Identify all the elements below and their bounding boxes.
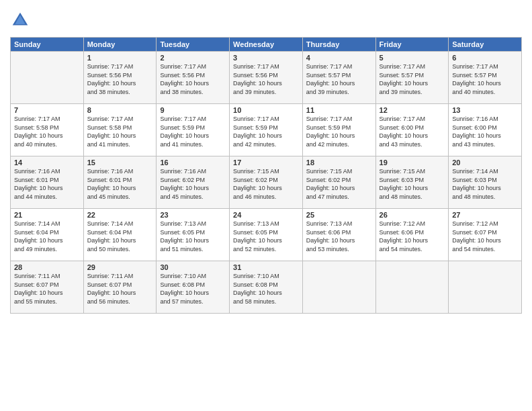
header bbox=[10, 10, 522, 30]
calendar-cell: 26Sunrise: 7:12 AM Sunset: 6:06 PM Dayli… bbox=[375, 209, 449, 261]
day-content: Sunrise: 7:17 AM Sunset: 5:58 PM Dayligh… bbox=[87, 115, 153, 148]
day-content: Sunrise: 7:16 AM Sunset: 6:00 PM Dayligh… bbox=[452, 115, 518, 148]
calendar-cell: 19Sunrise: 7:15 AM Sunset: 6:03 PM Dayli… bbox=[375, 156, 449, 209]
day-number: 15 bbox=[87, 158, 153, 167]
calendar-header-thursday: Thursday bbox=[302, 38, 375, 52]
calendar-cell: 5Sunrise: 7:17 AM Sunset: 5:57 PM Daylig… bbox=[375, 52, 449, 104]
calendar-cell: 27Sunrise: 7:12 AM Sunset: 6:07 PM Dayli… bbox=[449, 209, 522, 261]
day-content: Sunrise: 7:13 AM Sunset: 6:05 PM Dayligh… bbox=[160, 220, 226, 253]
day-number: 18 bbox=[306, 158, 372, 167]
calendar-cell: 8Sunrise: 7:17 AM Sunset: 5:58 PM Daylig… bbox=[83, 104, 157, 156]
day-content: Sunrise: 7:13 AM Sunset: 6:06 PM Dayligh… bbox=[306, 220, 372, 253]
day-content: Sunrise: 7:17 AM Sunset: 5:56 PM Dayligh… bbox=[87, 62, 153, 96]
day-number: 3 bbox=[233, 54, 299, 62]
day-content: Sunrise: 7:10 AM Sunset: 6:08 PM Dayligh… bbox=[233, 272, 299, 306]
calendar-cell: 30Sunrise: 7:10 AM Sunset: 6:08 PM Dayli… bbox=[157, 261, 230, 314]
calendar-cell: 22Sunrise: 7:14 AM Sunset: 6:04 PM Dayli… bbox=[83, 209, 157, 261]
day-content: Sunrise: 7:16 AM Sunset: 6:01 PM Dayligh… bbox=[87, 167, 153, 201]
day-number: 6 bbox=[452, 54, 518, 62]
calendar-week-row: 21Sunrise: 7:14 AM Sunset: 6:04 PM Dayli… bbox=[11, 209, 522, 261]
calendar-header-monday: Monday bbox=[83, 38, 157, 52]
day-number: 14 bbox=[14, 158, 80, 167]
calendar-cell: 17Sunrise: 7:15 AM Sunset: 6:02 PM Dayli… bbox=[230, 156, 303, 209]
calendar-cell: 10Sunrise: 7:17 AM Sunset: 5:59 PM Dayli… bbox=[230, 104, 303, 156]
day-number: 29 bbox=[87, 263, 153, 271]
calendar-header-sunday: Sunday bbox=[11, 38, 84, 52]
day-number: 7 bbox=[14, 106, 80, 114]
calendar-cell: 14Sunrise: 7:16 AM Sunset: 6:01 PM Dayli… bbox=[11, 156, 84, 209]
day-content: Sunrise: 7:17 AM Sunset: 5:59 PM Dayligh… bbox=[160, 115, 226, 148]
calendar-cell: 21Sunrise: 7:14 AM Sunset: 6:04 PM Dayli… bbox=[11, 209, 84, 261]
calendar-header-tuesday: Tuesday bbox=[157, 38, 230, 52]
calendar-cell bbox=[449, 261, 522, 314]
day-number: 21 bbox=[14, 211, 80, 219]
day-content: Sunrise: 7:17 AM Sunset: 5:57 PM Dayligh… bbox=[380, 62, 445, 96]
day-content: Sunrise: 7:17 AM Sunset: 5:58 PM Dayligh… bbox=[14, 115, 80, 148]
day-content: Sunrise: 7:12 AM Sunset: 6:06 PM Dayligh… bbox=[380, 220, 445, 253]
day-number: 31 bbox=[233, 263, 299, 271]
calendar-cell: 23Sunrise: 7:13 AM Sunset: 6:05 PM Dayli… bbox=[157, 209, 230, 261]
calendar-cell: 25Sunrise: 7:13 AM Sunset: 6:06 PM Dayli… bbox=[302, 209, 375, 261]
calendar-week-row: 28Sunrise: 7:11 AM Sunset: 6:07 PM Dayli… bbox=[11, 261, 522, 314]
day-content: Sunrise: 7:17 AM Sunset: 5:59 PM Dayligh… bbox=[233, 115, 299, 148]
day-number: 27 bbox=[452, 211, 518, 219]
day-number: 11 bbox=[306, 106, 372, 114]
day-content: Sunrise: 7:17 AM Sunset: 5:59 PM Dayligh… bbox=[306, 115, 372, 148]
day-number: 4 bbox=[306, 54, 372, 62]
calendar-week-row: 14Sunrise: 7:16 AM Sunset: 6:01 PM Dayli… bbox=[11, 156, 522, 209]
day-number: 26 bbox=[380, 211, 445, 219]
calendar-cell: 1Sunrise: 7:17 AM Sunset: 5:56 PM Daylig… bbox=[83, 52, 157, 104]
calendar-week-row: 7Sunrise: 7:17 AM Sunset: 5:58 PM Daylig… bbox=[11, 104, 522, 156]
day-number: 17 bbox=[233, 158, 299, 167]
calendar-cell: 31Sunrise: 7:10 AM Sunset: 6:08 PM Dayli… bbox=[230, 261, 303, 314]
calendar-cell: 7Sunrise: 7:17 AM Sunset: 5:58 PM Daylig… bbox=[11, 104, 84, 156]
day-content: Sunrise: 7:17 AM Sunset: 5:56 PM Dayligh… bbox=[233, 62, 299, 96]
calendar-cell: 4Sunrise: 7:17 AM Sunset: 5:57 PM Daylig… bbox=[302, 52, 375, 104]
calendar-cell bbox=[375, 261, 449, 314]
calendar-header-friday: Friday bbox=[375, 38, 449, 52]
day-number: 25 bbox=[306, 211, 372, 219]
calendar-header-row: SundayMondayTuesdayWednesdayThursdayFrid… bbox=[11, 38, 522, 52]
calendar-cell: 18Sunrise: 7:15 AM Sunset: 6:02 PM Dayli… bbox=[302, 156, 375, 209]
day-content: Sunrise: 7:17 AM Sunset: 6:00 PM Dayligh… bbox=[380, 115, 445, 148]
day-number: 22 bbox=[87, 211, 153, 219]
day-number: 24 bbox=[233, 211, 299, 219]
day-content: Sunrise: 7:15 AM Sunset: 6:02 PM Dayligh… bbox=[233, 167, 299, 201]
day-content: Sunrise: 7:15 AM Sunset: 6:02 PM Dayligh… bbox=[306, 167, 372, 201]
logo bbox=[10, 10, 32, 30]
calendar-header-wednesday: Wednesday bbox=[230, 38, 303, 52]
calendar-table: SundayMondayTuesdayWednesdayThursdayFrid… bbox=[10, 37, 522, 314]
day-content: Sunrise: 7:11 AM Sunset: 6:07 PM Dayligh… bbox=[14, 272, 80, 306]
day-number: 8 bbox=[87, 106, 153, 114]
calendar-cell: 16Sunrise: 7:16 AM Sunset: 6:02 PM Dayli… bbox=[157, 156, 230, 209]
day-number: 2 bbox=[160, 54, 226, 62]
day-content: Sunrise: 7:17 AM Sunset: 5:57 PM Dayligh… bbox=[452, 62, 518, 96]
calendar-week-row: 1Sunrise: 7:17 AM Sunset: 5:56 PM Daylig… bbox=[11, 52, 522, 104]
day-number: 1 bbox=[87, 54, 153, 62]
day-content: Sunrise: 7:15 AM Sunset: 6:03 PM Dayligh… bbox=[380, 167, 445, 201]
day-content: Sunrise: 7:11 AM Sunset: 6:07 PM Dayligh… bbox=[87, 272, 153, 306]
logo-icon bbox=[10, 10, 30, 30]
day-number: 19 bbox=[380, 158, 445, 167]
calendar-cell: 3Sunrise: 7:17 AM Sunset: 5:56 PM Daylig… bbox=[230, 52, 303, 104]
day-number: 9 bbox=[160, 106, 226, 114]
day-number: 5 bbox=[380, 54, 445, 62]
day-number: 10 bbox=[233, 106, 299, 114]
day-content: Sunrise: 7:16 AM Sunset: 6:01 PM Dayligh… bbox=[14, 167, 80, 201]
calendar-cell: 12Sunrise: 7:17 AM Sunset: 6:00 PM Dayli… bbox=[375, 104, 449, 156]
day-number: 12 bbox=[380, 106, 445, 114]
calendar-cell bbox=[11, 52, 84, 104]
calendar-cell: 28Sunrise: 7:11 AM Sunset: 6:07 PM Dayli… bbox=[11, 261, 84, 314]
calendar-cell: 2Sunrise: 7:17 AM Sunset: 5:56 PM Daylig… bbox=[157, 52, 230, 104]
day-content: Sunrise: 7:10 AM Sunset: 6:08 PM Dayligh… bbox=[160, 272, 226, 306]
day-content: Sunrise: 7:17 AM Sunset: 5:56 PM Dayligh… bbox=[160, 62, 226, 96]
day-content: Sunrise: 7:16 AM Sunset: 6:02 PM Dayligh… bbox=[160, 167, 226, 201]
calendar-cell bbox=[302, 261, 375, 314]
page-container: SundayMondayTuesdayWednesdayThursdayFrid… bbox=[0, 0, 532, 320]
day-number: 13 bbox=[452, 106, 518, 114]
day-content: Sunrise: 7:12 AM Sunset: 6:07 PM Dayligh… bbox=[452, 220, 518, 253]
calendar-cell: 6Sunrise: 7:17 AM Sunset: 5:57 PM Daylig… bbox=[449, 52, 522, 104]
day-number: 20 bbox=[452, 158, 518, 167]
day-content: Sunrise: 7:14 AM Sunset: 6:04 PM Dayligh… bbox=[87, 220, 153, 253]
calendar-cell: 15Sunrise: 7:16 AM Sunset: 6:01 PM Dayli… bbox=[83, 156, 157, 209]
